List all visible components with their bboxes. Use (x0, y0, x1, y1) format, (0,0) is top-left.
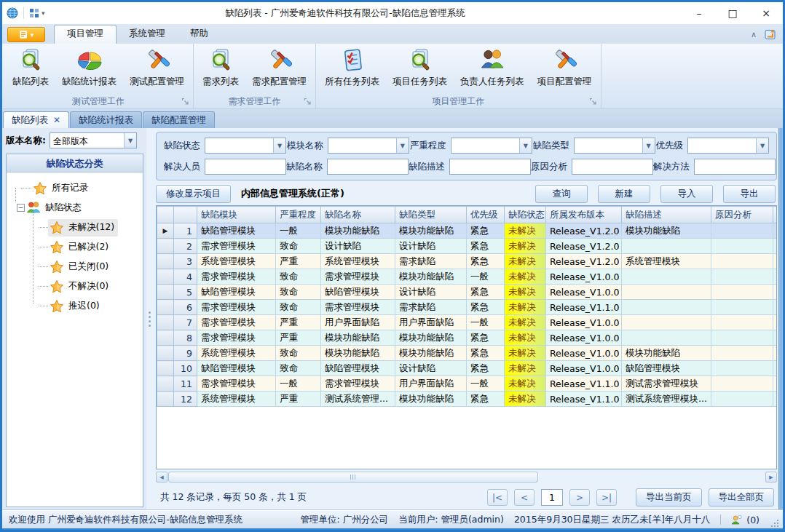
filter-defect-status-select[interactable]: ▼ (205, 138, 286, 154)
first-page-button[interactable]: |< (487, 489, 508, 506)
modify-columns-button[interactable]: 修改显示项目 (156, 185, 231, 203)
doc-tab-2[interactable]: 缺陷配置管理 (143, 111, 215, 128)
collapse-node-icon[interactable]: − (17, 204, 25, 212)
online-user-icon[interactable] (731, 515, 742, 525)
ribbon-item-req-config[interactable]: 需求配置管理 (245, 46, 313, 90)
grid-cell: Release_V1.1.0 (546, 300, 622, 315)
sidebar-splitter[interactable] (146, 128, 153, 510)
page-number-input[interactable] (541, 489, 563, 506)
column-header-5[interactable]: 缺陷状态 (505, 207, 546, 223)
scrollbar-track[interactable] (168, 472, 765, 483)
filter-cause-analysis-input[interactable] (572, 159, 653, 175)
query-button[interactable]: 查询 (535, 185, 588, 203)
column-header-3[interactable]: 缺陷类型 (395, 207, 467, 223)
chevron-down-icon[interactable]: ▼ (642, 138, 655, 153)
close-tab-icon[interactable]: ✕ (53, 116, 60, 124)
export-button[interactable]: 导出 (723, 185, 776, 203)
prev-page-button[interactable]: < (514, 489, 534, 506)
chevron-down-icon[interactable]: ▼ (519, 138, 532, 153)
export-current-page-button[interactable]: 导出当前页 (636, 488, 702, 507)
close-button[interactable]: × (749, 2, 783, 24)
filter-defect-type-select[interactable]: ▼ (574, 138, 655, 154)
table-row[interactable]: 4需求管理模块致命需求管理模块模块功能缺陷一般未解决Release_V1.0.0 (157, 269, 778, 285)
filter-priority-select[interactable]: ▼ (687, 138, 769, 154)
filter-solution-input[interactable] (694, 159, 776, 175)
column-header-2[interactable]: 缺陷名称 (321, 207, 395, 223)
quick-access-squares-icon[interactable] (29, 8, 39, 18)
version-select[interactable]: 全部版本 ▼ (50, 132, 137, 148)
quick-access-caret-icon[interactable]: ▾ (42, 9, 45, 17)
table-row[interactable]: 12系统管理模块严重测试系统管理...模块功能缺陷紧急未解决Release_V1… (157, 392, 778, 407)
next-page-button[interactable]: > (569, 489, 590, 506)
column-header-4[interactable]: 优先级 (467, 207, 505, 223)
tree-item-status-0[interactable]: 未解决(12) (12, 218, 141, 237)
table-row[interactable]: 2需求管理模块致命设计缺陷设计缺陷紧急未解决Release_V1.2.0 (157, 239, 778, 254)
filter-severity-select[interactable]: ▼ (451, 138, 532, 154)
star-icon (50, 221, 64, 235)
scroll-left-icon[interactable]: ◀ (156, 472, 167, 483)
dialog-launcher-icon[interactable] (589, 98, 597, 106)
ribbon-tab-2[interactable]: 帮助 (178, 25, 221, 44)
users-icon (26, 201, 41, 215)
ribbon-tab-0[interactable]: 项目管理 (54, 25, 117, 44)
table-row[interactable]: 8需求管理模块严重模块功能缺陷模块功能缺陷紧急未解决Release_V1.0.0 (157, 330, 778, 346)
application-menu-button[interactable]: ▾ (7, 27, 45, 42)
dialog-launcher-icon[interactable] (181, 98, 189, 106)
new-button[interactable]: 新建 (598, 185, 650, 203)
scrollbar-thumb[interactable] (168, 472, 538, 483)
ribbon-item-project-tasks[interactable]: 项目任务列表 (386, 46, 454, 90)
chevron-down-icon[interactable]: ▼ (756, 138, 768, 153)
table-row[interactable]: 11需求管理模块一般需求管理模块用户界面缺陷一般未解决Release_V1.1.… (157, 376, 778, 392)
table-row[interactable]: 10缺陷管理模块致命缺陷管理模块设计缺陷紧急未解决Release_V1.0.0缺… (157, 361, 778, 376)
tree-item-status-4[interactable]: 推迟(0) (12, 296, 141, 316)
column-header-9[interactable]: 解决方法 (773, 207, 778, 223)
column-header-8[interactable]: 原因分析 (711, 207, 773, 223)
ribbon-item-defect-report[interactable]: 缺陷统计报表 (55, 46, 123, 90)
last-page-button[interactable]: >| (596, 489, 617, 506)
filter-module-name-select[interactable]: ▼ (328, 138, 409, 154)
table-row[interactable]: 6需求管理模块致命需求管理模块需求缺陷紧急未解决Release_V1.1.0 (157, 300, 778, 315)
grid-cell: 一般 (467, 376, 505, 392)
filter-resolver-input[interactable] (205, 159, 286, 175)
table-row[interactable]: ▶1缺陷管理模块一般模块功能缺陷模块功能缺陷紧急未解决Release_V1.2.… (157, 223, 778, 239)
table-row[interactable]: 3系统管理模块严重系统管理模块需求缺陷紧急未解决Release_V1.2.0系统… (157, 254, 778, 269)
import-button[interactable]: 导入 (660, 185, 713, 203)
ribbon-item-defect-list[interactable]: 缺陷列表 (6, 46, 55, 90)
ribbon-item-owner-tasks[interactable]: 负责人任务列表 (454, 46, 531, 90)
scroll-right-icon[interactable]: ▶ (765, 472, 777, 483)
chevron-down-icon[interactable]: ▼ (396, 138, 409, 153)
tree-group-defect-status[interactable]: −缺陷状态 (12, 198, 141, 218)
ribbon-item-req-list[interactable]: 需求列表 (196, 46, 245, 90)
table-row[interactable]: 7需求管理模块严重用户界面缺陷用户界面缺陷一般未解决Release_V1.0.0 (157, 315, 778, 330)
ribbon-item-test-config[interactable]: 测试配置管理 (123, 46, 191, 90)
resize-grip[interactable] (770, 518, 778, 527)
tree-item-all-records[interactable]: 所有记录 (12, 178, 141, 198)
tree-item-status-1[interactable]: 已解决(2) (12, 237, 141, 257)
grid-cell (622, 269, 711, 285)
right-edge-scroll-strip[interactable] (778, 128, 783, 510)
ribbon-item-project-config[interactable]: 项目配置管理 (531, 46, 599, 90)
chevron-down-icon[interactable]: ▼ (124, 133, 136, 148)
column-header-6[interactable]: 所属发布版本 (546, 207, 622, 223)
ribbon-tab-1[interactable]: 系统管理 (117, 25, 178, 44)
collapse-ribbon-icon[interactable]: ∧ (751, 31, 757, 39)
filter-defect-desc-input[interactable] (449, 159, 531, 175)
tree-item-status-2[interactable]: 已关闭(0) (12, 257, 141, 277)
table-row[interactable]: 5缺陷管理模块致命缺陷管理模块设计缺陷紧急未解决Release_V1.0.0 (157, 285, 778, 300)
grid-cell: 紧急 (467, 239, 505, 254)
minimize-button[interactable]: – (682, 2, 716, 24)
doc-tab-0[interactable]: 缺陷列表✕ (3, 111, 69, 128)
tree-item-status-3[interactable]: 不解决(0) (12, 277, 141, 296)
ribbon-help-icon[interactable] (764, 28, 777, 41)
column-header-1[interactable]: 严重程度 (276, 207, 321, 223)
column-header-0[interactable]: 缺陷模块 (197, 207, 276, 223)
column-header-7[interactable]: 缺陷描述 (622, 207, 711, 223)
doc-tab-1[interactable]: 缺陷统计报表 (70, 111, 142, 128)
export-all-pages-button[interactable]: 导出全部页 (709, 488, 775, 507)
maximize-button[interactable]: □ (716, 2, 749, 24)
filter-defect-name-input[interactable] (327, 159, 409, 175)
chevron-down-icon[interactable]: ▼ (273, 138, 285, 153)
dialog-launcher-icon[interactable] (304, 98, 312, 106)
ribbon-item-all-tasks[interactable]: 所有任务列表 (318, 46, 386, 90)
table-row[interactable]: 9系统管理模块致命模块功能缺陷模块功能缺陷紧急未解决Release_V1.0.0… (157, 346, 778, 361)
